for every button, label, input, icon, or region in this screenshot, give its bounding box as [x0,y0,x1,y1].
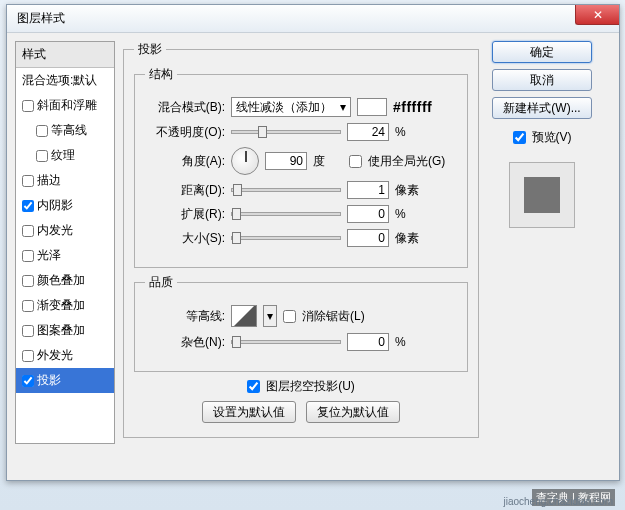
new-style-button[interactable]: 新建样式(W)... [492,97,592,119]
knockout-label: 图层挖空投影(U) [266,378,355,395]
checkbox[interactable] [22,200,34,212]
right-panel: 确定 取消 新建样式(W)... 预览(V) [487,41,597,444]
close-button[interactable]: ✕ [575,5,619,25]
panel-title: 投影 [134,41,166,58]
list-item[interactable]: 等高线 [16,118,114,143]
list-item[interactable]: 斜面和浮雕 [16,93,114,118]
size-label: 大小(S): [145,230,225,247]
blend-options-row[interactable]: 混合选项:默认 [16,68,114,93]
reset-default-button[interactable]: 复位为默认值 [306,401,400,423]
distance-unit: 像素 [395,182,425,199]
style-list: 样式 混合选项:默认 斜面和浮雕 等高线 纹理 描边 内阴影 内发光 光泽 颜色… [15,41,115,444]
angle-label: 角度(A): [145,153,225,170]
checkbox[interactable] [22,375,34,387]
opacity-input[interactable]: 24 [347,123,389,141]
blend-mode-label: 混合模式(B): [145,99,225,116]
make-default-button[interactable]: 设置为默认值 [202,401,296,423]
preview-box [509,162,575,228]
global-light-label: 使用全局光(G) [368,153,445,170]
angle-input[interactable]: 90 [265,152,307,170]
contour-label: 等高线: [145,308,225,325]
preview-swatch [524,177,560,213]
style-list-header[interactable]: 样式 [16,42,114,68]
checkbox[interactable] [36,150,48,162]
center-panel: 投影 结构 混合模式(B): 线性减淡（添加）▾ #ffffff 不透明度(O)… [123,41,479,444]
size-slider[interactable] [231,236,341,240]
spread-unit: % [395,207,425,221]
checkbox[interactable] [22,325,34,337]
list-item[interactable]: 内阴影 [16,193,114,218]
chevron-down-icon: ▾ [267,309,273,323]
noise-input[interactable]: 0 [347,333,389,351]
quality-fieldset: 品质 等高线: ▾ 消除锯齿(L) 杂色(N): 0 % [134,274,468,372]
checkbox[interactable] [22,300,34,312]
list-item[interactable]: 光泽 [16,243,114,268]
blend-mode-select[interactable]: 线性减淡（添加）▾ [231,97,351,117]
contour-thumb[interactable] [231,305,257,327]
cancel-button[interactable]: 取消 [492,69,592,91]
antialias-checkbox[interactable] [283,310,296,323]
checkbox[interactable] [22,100,34,112]
preview-label: 预览(V) [532,129,572,146]
noise-label: 杂色(N): [145,334,225,351]
list-item[interactable]: 颜色叠加 [16,268,114,293]
color-swatch[interactable] [357,98,387,116]
checkbox[interactable] [22,275,34,287]
angle-unit: 度 [313,153,343,170]
distance-slider[interactable] [231,188,341,192]
layer-style-dialog: 图层样式 ✕ 样式 混合选项:默认 斜面和浮雕 等高线 纹理 描边 内阴影 内发… [6,4,620,481]
list-item-selected[interactable]: 投影 [16,368,114,393]
checkbox[interactable] [22,225,34,237]
structure-legend: 结构 [145,66,177,83]
list-item[interactable]: 纹理 [16,143,114,168]
contour-dropdown[interactable]: ▾ [263,305,277,327]
spread-slider[interactable] [231,212,341,216]
checkbox[interactable] [22,250,34,262]
close-icon: ✕ [593,8,603,22]
size-unit: 像素 [395,230,425,247]
spread-label: 扩展(R): [145,206,225,223]
knockout-checkbox[interactable] [247,380,260,393]
title-bar: 图层样式 ✕ [7,5,619,33]
color-hex: #ffffff [393,99,432,115]
checkbox[interactable] [36,125,48,137]
angle-dial[interactable] [231,147,259,175]
noise-unit: % [395,335,425,349]
antialias-label: 消除锯齿(L) [302,308,365,325]
opacity-label: 不透明度(O): [145,124,225,141]
list-item[interactable]: 图案叠加 [16,318,114,343]
ok-button[interactable]: 确定 [492,41,592,63]
preview-checkbox[interactable] [513,131,526,144]
footer-url: jiaocheng.chazidian.com [503,496,613,507]
global-light-checkbox[interactable] [349,155,362,168]
chevron-down-icon: ▾ [340,100,346,114]
opacity-slider[interactable] [231,130,341,134]
drop-shadow-fieldset: 投影 结构 混合模式(B): 线性减淡（添加）▾ #ffffff 不透明度(O)… [123,41,479,438]
distance-input[interactable]: 1 [347,181,389,199]
distance-label: 距离(D): [145,182,225,199]
quality-legend: 品质 [145,274,177,291]
opacity-unit: % [395,125,425,139]
spread-input[interactable]: 0 [347,205,389,223]
list-item[interactable]: 渐变叠加 [16,293,114,318]
list-item[interactable]: 外发光 [16,343,114,368]
checkbox[interactable] [22,350,34,362]
noise-slider[interactable] [231,340,341,344]
checkbox[interactable] [22,175,34,187]
window-title: 图层样式 [17,10,65,27]
structure-fieldset: 结构 混合模式(B): 线性减淡（添加）▾ #ffffff 不透明度(O): 2… [134,66,468,268]
list-item[interactable]: 描边 [16,168,114,193]
size-input[interactable]: 0 [347,229,389,247]
list-item[interactable]: 内发光 [16,218,114,243]
